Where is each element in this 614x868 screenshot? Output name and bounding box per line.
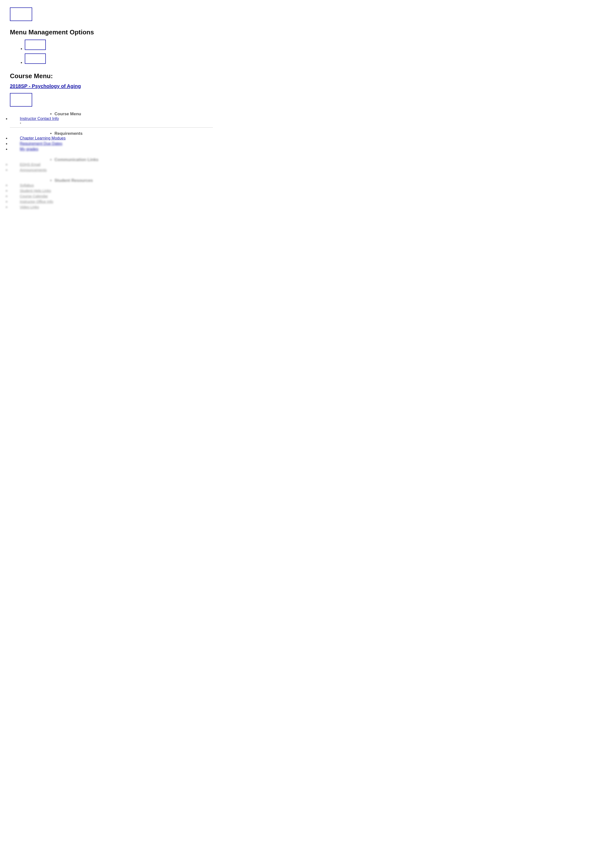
requirements-indent-header: Requirements bbox=[10, 131, 213, 136]
communication-links-label: Communication Links bbox=[54, 157, 98, 162]
edhs-email-link: EDHS Email bbox=[20, 162, 40, 166]
video-links-item: Video Links bbox=[10, 205, 213, 209]
spacer-1 bbox=[10, 152, 213, 157]
menu-management-heading: Menu Management Options bbox=[10, 28, 213, 36]
communication-links-list: Communication Links EDHS Email Announcem… bbox=[10, 157, 213, 172]
syllabus-item: Syllabus bbox=[10, 183, 213, 188]
student-resources-list: Student Resources Syllabus Student Help … bbox=[10, 178, 213, 209]
course-menu-indent-header: Course Menu bbox=[10, 112, 213, 116]
video-links-link: Video Links bbox=[20, 205, 39, 209]
requirements-list: Requirements Chapter Learning Modues Req… bbox=[10, 131, 213, 151]
menu-management-item-2[interactable] bbox=[25, 53, 213, 65]
my-grades-item[interactable]: My grades bbox=[10, 147, 213, 151]
chapter-learning-modues-item[interactable]: Chapter Learning Modues bbox=[10, 136, 213, 141]
course-menu-section: Course Menu Instructor Contact Info • Re… bbox=[10, 112, 213, 209]
instructor-contact-info-item[interactable]: Instructor Contact Info bbox=[10, 116, 213, 121]
menu-management-item-1[interactable] bbox=[25, 40, 213, 51]
menu-management-list bbox=[10, 40, 213, 65]
student-help-links-link: Student Help Links bbox=[20, 189, 51, 193]
chapter-learning-modues-link[interactable]: Chapter Learning Modues bbox=[20, 136, 65, 140]
student-help-links-item: Student Help Links bbox=[10, 189, 213, 193]
announcements-item: Announcements bbox=[10, 168, 213, 172]
course-title-link[interactable]: 2018SP - Psychology of Aging bbox=[10, 84, 213, 89]
section-divider-1 bbox=[10, 127, 213, 128]
spacer-2 bbox=[10, 173, 213, 178]
announcements-link: Announcements bbox=[20, 168, 47, 172]
menu-management-image-2 bbox=[25, 53, 46, 64]
my-grades-link[interactable]: My grades bbox=[20, 147, 38, 151]
instructor-office-info-item: Instructor Office Info bbox=[10, 199, 213, 204]
empty-bullet-item: • bbox=[10, 121, 213, 126]
instructor-office-info-link: Instructor Office Info bbox=[20, 199, 53, 204]
top-logo-box bbox=[10, 8, 32, 21]
course-menu-label: Course Menu bbox=[54, 112, 81, 116]
course-menu-heading: Course Menu: bbox=[10, 72, 213, 80]
communication-links-indent-header: Communication Links bbox=[10, 157, 213, 162]
menu-management-image-1 bbox=[25, 40, 46, 50]
requirement-due-dates-item[interactable]: Requirement Due Dates bbox=[10, 141, 213, 146]
syllabus-link: Syllabus bbox=[20, 183, 34, 187]
course-image-box bbox=[10, 93, 32, 107]
student-resources-label: Student Resources bbox=[54, 178, 93, 183]
course-calendar-item: Course Calendar bbox=[10, 194, 213, 198]
requirement-due-dates-link[interactable]: Requirement Due Dates bbox=[20, 141, 62, 146]
edhs-email-item: EDHS Email bbox=[10, 162, 213, 167]
course-menu-list: Course Menu Instructor Contact Info • bbox=[10, 112, 213, 126]
instructor-contact-info-link[interactable]: Instructor Contact Info bbox=[20, 116, 59, 121]
requirements-label: Requirements bbox=[54, 131, 82, 136]
course-calendar-link: Course Calendar bbox=[20, 194, 48, 198]
student-resources-indent-header: Student Resources bbox=[10, 178, 213, 183]
